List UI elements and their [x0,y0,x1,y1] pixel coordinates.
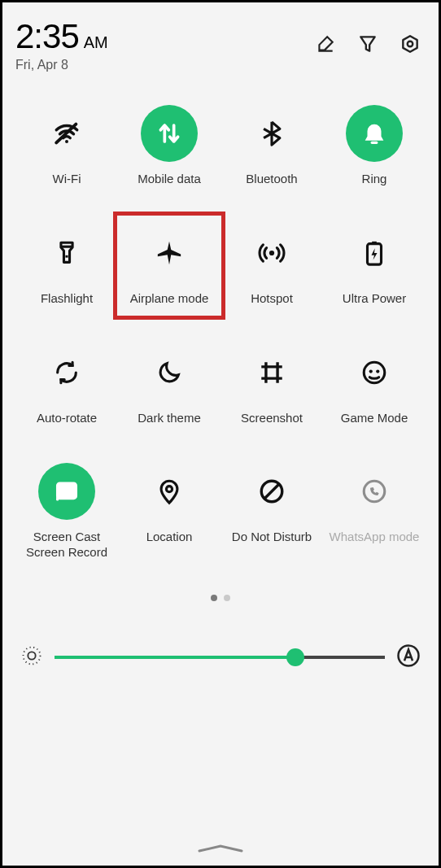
tile-label: Wi-Fi [53,172,81,187]
mobile-data-icon [141,105,198,162]
dark-theme-icon [141,344,198,401]
page-indicator [15,595,426,601]
svg-point-8 [369,369,373,373]
tile-label: WhatsApp mode [330,530,420,545]
svg-point-15 [364,482,385,503]
tile-label: Ring [362,172,387,187]
tile-bluetooth[interactable]: Bluetooth [220,105,323,187]
tile-flashlight[interactable]: Flashlight [15,225,118,307]
tile-label: Flashlight [41,291,93,307]
svg-point-5 [269,251,274,255]
hotspot-icon [243,225,300,281]
page-dot[interactable] [224,595,230,601]
tile-game-mode[interactable]: Game Mode [323,344,426,426]
tile-hotspot[interactable]: Hotspot [220,225,323,307]
svg-point-1 [65,140,68,143]
tile-label: Bluetooth [246,172,297,187]
tile-label: Location [146,530,193,545]
clock-time: 2:35 [15,17,79,56]
dnd-icon [243,463,300,520]
tile-screen-cast[interactable]: Screen Cast Screen Record [15,463,118,560]
clock-ampm: AM [84,33,108,52]
tile-whatsapp[interactable]: WhatsApp mode [323,463,426,560]
filter-icon[interactable] [357,33,378,58]
tile-label: Screen Cast Screen Record [26,530,107,560]
svg-point-7 [364,362,385,383]
tile-screenshot[interactable]: Screenshot [220,344,323,426]
tile-label: Airplane mode [130,291,209,307]
screenshot-icon [243,344,300,401]
tile-label: Do Not Disturb [232,530,312,545]
tile-auto-rotate[interactable]: Auto-rotate [15,344,118,426]
tile-label: Mobile data [138,172,201,187]
brightness-row [15,643,426,671]
tile-label: Ultra Power [343,291,406,307]
whatsapp-icon [346,463,403,520]
svg-point-17 [24,647,41,664]
screen-cast-icon [38,463,95,520]
svg-line-14 [265,485,279,499]
quick-settings-panel: 2:35 AM Fri, Apr 8 Wi-FiMobile dataBluet… [2,2,439,866]
tile-dark-theme[interactable]: Dark theme [118,344,220,426]
tile-dnd[interactable]: Do Not Disturb [220,463,323,560]
tile-wifi[interactable]: Wi-Fi [15,105,118,187]
tile-airplane[interactable]: Airplane mode [118,225,220,307]
ring-icon [346,105,403,162]
bluetooth-icon [243,105,300,162]
tile-label: Hotspot [251,291,293,307]
ultra-power-icon [346,225,403,281]
wifi-icon [38,105,95,162]
svg-point-16 [28,652,35,659]
tile-label: Screenshot [241,411,303,426]
tile-ultra-power[interactable]: Ultra Power [323,225,426,307]
game-mode-icon [346,344,403,401]
svg-point-9 [376,369,379,373]
brightness-slider[interactable] [55,649,385,665]
tile-ring[interactable]: Ring [323,105,426,187]
tile-label: Game Mode [341,411,408,426]
quick-tiles-grid: Wi-FiMobile dataBluetoothRingFlashlightA… [15,105,426,560]
auto-brightness-toggle[interactable] [396,643,421,671]
airplane-icon [141,225,198,281]
edit-icon[interactable] [315,33,336,58]
svg-point-12 [166,486,172,492]
tile-location[interactable]: Location [118,463,220,560]
tile-label: Dark theme [138,411,201,426]
brightness-icon [20,644,43,670]
status-header: 2:35 AM Fri, Apr 8 [15,17,426,72]
clock-date: Fri, Apr 8 [15,58,108,72]
settings-icon[interactable] [400,33,421,58]
page-dot[interactable] [211,595,217,601]
location-icon [141,463,198,520]
tile-label: Auto-rotate [37,411,97,426]
flashlight-icon [38,225,95,281]
svg-point-0 [408,41,413,47]
tile-mobile-data[interactable]: Mobile data [118,105,220,187]
svg-point-11 [58,496,60,499]
panel-handle[interactable] [194,843,247,857]
auto-rotate-icon [38,344,95,401]
